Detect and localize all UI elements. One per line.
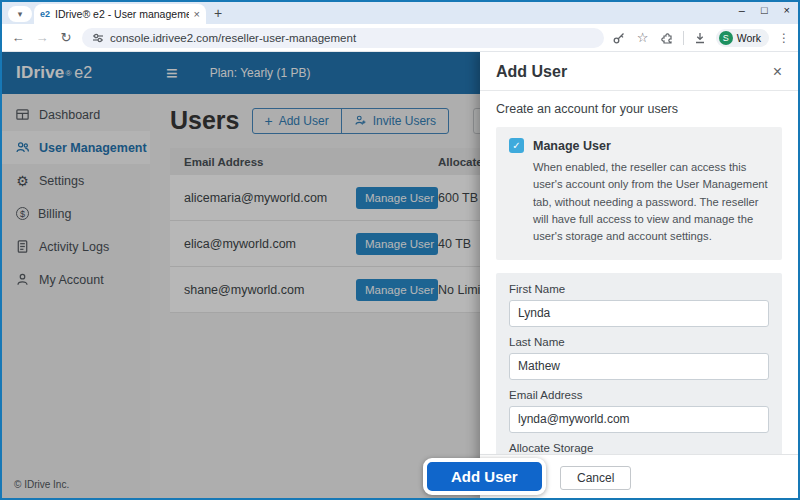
url-text: console.idrivee2.com/reseller-user-manag… (110, 32, 356, 44)
panel-footer: Add User Cancel (480, 454, 798, 498)
browser-toolbar: ← → ↻ console.idrivee2.com/reseller-user… (2, 24, 798, 52)
site-settings-icon (92, 32, 104, 44)
chevron-down-icon: ▾ (18, 9, 23, 19)
cancel-button[interactable]: Cancel (560, 466, 631, 490)
manage-user-description: When enabled, the reseller can access th… (533, 159, 769, 246)
close-icon[interactable]: × (784, 4, 790, 16)
last-name-field[interactable] (509, 353, 769, 380)
manage-user-option: ✓ Manage User (509, 138, 769, 153)
tab-close-icon[interactable]: × (194, 8, 200, 20)
toolbar-divider (683, 31, 684, 45)
panel-header: Add User × (480, 52, 798, 91)
browser-menu-icon[interactable]: ⋮ (778, 31, 790, 45)
first-name-field[interactable] (509, 300, 769, 327)
profile-chip[interactable]: S Work (716, 29, 769, 47)
panel-close-icon[interactable]: × (773, 64, 782, 80)
toolbar-icons: ☆ S Work ⋮ (612, 29, 790, 47)
tab-title: IDrive® e2 - User management (55, 8, 189, 20)
allocate-storage-label: Allocate Storage (509, 442, 769, 454)
email-field[interactable] (509, 406, 769, 433)
email-address-label: Email Address (509, 389, 769, 401)
avatar: S (719, 31, 733, 45)
manage-user-card: ✓ Manage User When enabled, the reseller… (496, 127, 782, 260)
add-user-panel: Add User × Create an account for your us… (480, 52, 798, 498)
bookmark-star-icon[interactable]: ☆ (635, 30, 651, 45)
new-tab-button[interactable]: + (214, 5, 222, 21)
manage-user-label: Manage User (533, 139, 611, 153)
address-bar[interactable]: console.idrivee2.com/reseller-user-manag… (82, 28, 604, 48)
download-icon[interactable] (693, 31, 707, 45)
last-name-label: Last Name (509, 336, 769, 348)
panel-title: Add User (496, 63, 567, 81)
manage-user-checkbox[interactable]: ✓ (509, 138, 524, 153)
forward-icon[interactable]: → (34, 30, 50, 45)
minimize-icon[interactable]: – (739, 4, 745, 16)
window-controls: – □ × (739, 4, 790, 16)
browser-tab-strip: ▾ e2 IDrive® e2 - User management × + – … (2, 2, 798, 24)
submit-add-user-button[interactable]: Add User (423, 458, 546, 495)
back-icon[interactable]: ← (10, 30, 26, 45)
profile-name: Work (737, 32, 761, 44)
check-icon: ✓ (512, 140, 520, 151)
site-favicon: e2 (40, 9, 50, 19)
app-viewport: IDrive®e2 Dashboard User Management ⚙ Se… (2, 52, 798, 498)
first-name-label: First Name (509, 283, 769, 295)
passwords-key-icon[interactable] (612, 31, 626, 45)
reload-icon[interactable]: ↻ (58, 30, 74, 45)
extensions-puzzle-icon[interactable] (660, 31, 674, 45)
maximize-icon[interactable]: □ (761, 4, 768, 16)
tab-search-button[interactable]: ▾ (8, 6, 32, 22)
panel-subtitle: Create an account for your users (480, 91, 798, 125)
screenshot-frame: ▾ e2 IDrive® e2 - User management × + – … (0, 0, 800, 500)
browser-tab[interactable]: e2 IDrive® e2 - User management × (34, 4, 206, 24)
